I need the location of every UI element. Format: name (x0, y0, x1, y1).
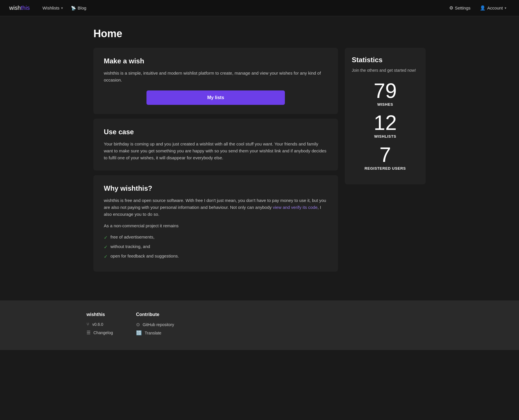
github-icon: ⊙ (136, 322, 140, 327)
wishlists-count: 12 (352, 112, 419, 133)
statistics-subtitle: Join the others and get started now! (352, 67, 419, 73)
nav-right: ⚙ Settings 👤 Account ▾ (446, 3, 510, 13)
footer-changelog-label: Changelog (93, 330, 113, 335)
use-case-description: Your birthday is coming up and you just … (104, 141, 328, 161)
check-icon: ✓ (104, 253, 108, 260)
statistics-card: Statistics Join the others and get start… (345, 48, 426, 184)
footer-github-label: GitHub repository (143, 322, 174, 327)
footer-version-label: v0.6.0 (92, 322, 103, 327)
why-wishthis-paragraph1: wishthis is free and open source softwar… (104, 197, 328, 218)
make-a-wish-description: wishthis is a simple, intuitive and mode… (104, 70, 328, 84)
list-item: ✓ without tracking, and (104, 243, 328, 251)
account-chevron-icon: ▾ (505, 6, 506, 10)
rss-icon: 📡 (71, 6, 76, 10)
page-title: Home (93, 28, 426, 40)
why-wishthis-card: Why wishthis? wishthis is free and open … (93, 175, 338, 272)
footer-brand-col: wishthis ⑂ v0.6.0 ☰ Changelog (86, 312, 113, 338)
nav-wishlists[interactable]: Wishlists ▾ (39, 3, 66, 13)
account-icon: 👤 (480, 5, 486, 11)
feature-item-1: without tracking, and (110, 243, 150, 250)
make-a-wish-card: Make a wish wishthis is a simple, intuit… (93, 48, 338, 114)
footer-version-link[interactable]: ⑂ v0.6.0 (86, 322, 113, 327)
brand-wish: wish (9, 5, 21, 11)
wishes-count: 79 (352, 80, 419, 101)
brand-logo[interactable]: wishthis (9, 5, 30, 11)
changelog-icon: ☰ (86, 330, 91, 335)
gear-icon: ⚙ (449, 5, 453, 11)
footer-changelog-link[interactable]: ☰ Changelog (86, 330, 113, 335)
footer-github-link[interactable]: ⊙ GitHub repository (136, 322, 174, 327)
my-lists-button[interactable]: My lists (146, 90, 285, 105)
check-icon: ✓ (104, 234, 108, 241)
statistics-heading: Statistics (352, 56, 419, 64)
sidebar-column: Statistics Join the others and get start… (345, 48, 426, 184)
wishlists-label: WISHLISTS (352, 134, 419, 139)
stat-users: 7 REGISTERED USERS (352, 144, 419, 171)
account-nav-item[interactable]: 👤 Account ▾ (476, 3, 510, 13)
why-wishthis-heading: Why wishthis? (104, 184, 328, 192)
translate-icon: 🔡 (136, 330, 142, 336)
view-code-link[interactable]: view and verify its code (273, 205, 317, 210)
check-icon: ✓ (104, 244, 108, 251)
chevron-down-icon: ▾ (61, 6, 63, 10)
use-case-card: Use case Your birthday is coming up and … (93, 119, 338, 171)
nav-blog-label: Blog (78, 5, 86, 10)
stat-wishlists: 12 WISHLISTS (352, 112, 419, 139)
make-a-wish-heading: Make a wish (104, 57, 328, 65)
why-wishthis-paragraph2: As a non-commercial project it remains (104, 222, 328, 229)
list-item: ✓ free of advertisements, (104, 234, 328, 241)
list-item: ✓ open for feedback and suggestions. (104, 253, 328, 260)
stat-wishes: 79 WISHES (352, 80, 419, 107)
navbar: wishthis Wishlists ▾ 📡 Blog ⚙ Settings 👤… (0, 0, 519, 16)
users-label: REGISTERED USERS (352, 166, 419, 171)
footer-brand-name: wishthis (86, 312, 113, 317)
version-icon: ⑂ (86, 322, 89, 327)
nav-wishlists-label: Wishlists (42, 5, 59, 10)
main-container: Home Make a wish wishthis is a simple, i… (86, 16, 432, 283)
content-layout: Make a wish wishthis is a simple, intuit… (93, 48, 426, 272)
account-label: Account (487, 5, 503, 10)
settings-nav-item[interactable]: ⚙ Settings (446, 3, 474, 13)
footer-translate-link[interactable]: 🔡 Translate (136, 330, 174, 336)
footer-inner: wishthis ⑂ v0.6.0 ☰ Changelog Contribute… (86, 312, 432, 338)
settings-label: Settings (455, 5, 471, 10)
users-count: 7 (352, 144, 419, 165)
main-column: Make a wish wishthis is a simple, intuit… (93, 48, 338, 272)
feature-list: ✓ free of advertisements, ✓ without trac… (104, 234, 328, 260)
feature-item-2: open for feedback and suggestions. (110, 253, 179, 260)
footer-contribute-col: Contribute ⊙ GitHub repository 🔡 Transla… (136, 312, 174, 338)
feature-item-0: free of advertisements, (110, 234, 155, 241)
footer-contribute-heading: Contribute (136, 312, 174, 317)
use-case-heading: Use case (104, 128, 328, 136)
brand-this: this (21, 5, 30, 11)
footer: wishthis ⑂ v0.6.0 ☰ Changelog Contribute… (0, 300, 519, 350)
footer-translate-label: Translate (145, 331, 161, 335)
nav-links: Wishlists ▾ 📡 Blog (39, 3, 445, 13)
wishes-label: WISHES (352, 102, 419, 107)
nav-blog[interactable]: 📡 Blog (67, 3, 90, 13)
